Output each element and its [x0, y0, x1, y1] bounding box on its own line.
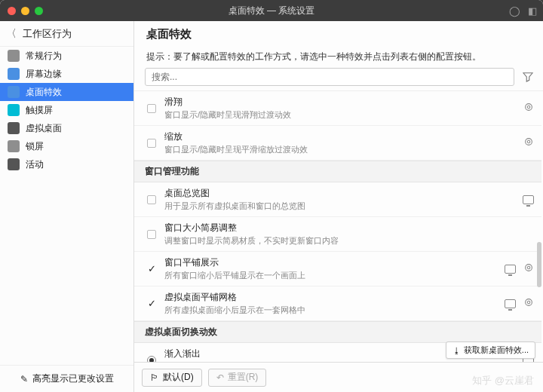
checkbox-icon[interactable]	[147, 139, 156, 148]
sidebar-item-0[interactable]: 常规行为	[0, 47, 133, 65]
effect-title: 窗口平铺展示	[164, 256, 499, 269]
effect-title: 缩放	[164, 130, 517, 143]
sidebar-item-label: 桌面特效	[26, 86, 62, 99]
svg-point-7	[527, 301, 530, 304]
maximize-icon[interactable]	[35, 7, 43, 15]
configure-icon[interactable]	[523, 297, 534, 310]
svg-point-0	[526, 104, 532, 111]
sidebar-item-label: 常规行为	[26, 50, 62, 63]
effect-title: 虚拟桌面平铺网格	[164, 291, 499, 304]
effect-row[interactable]: 滑翔窗口显示/隐藏时呈现滑翔过渡动效	[134, 91, 541, 126]
effect-desc: 所有虚拟桌面缩小后显示在一套网格中	[164, 305, 499, 316]
window-title: 桌面特效 — 系统设置	[0, 5, 543, 17]
touch-icon	[8, 104, 20, 116]
hint-text: 提示：要了解或配置特效的工作方式，请选中一种特效并点击列表右侧的配置按钮。	[134, 46, 543, 68]
gear-icon	[8, 50, 20, 62]
window-controls	[8, 7, 43, 15]
radio-icon[interactable]	[147, 356, 156, 363]
scrollbar[interactable]	[537, 242, 541, 287]
effect-desc: 窗口显示/隐藏时呈现滑翔过渡动效	[164, 109, 517, 121]
sidebar-item-2[interactable]: 桌面特效	[0, 83, 133, 101]
effect-title: 窗口大小简易调整	[164, 222, 528, 234]
monitor-icon[interactable]	[505, 299, 516, 308]
svg-point-3	[527, 140, 530, 143]
chevron-left-icon: 〈	[6, 27, 17, 41]
content-pane: 桌面特效 提示：要了解或配置特效的工作方式，请选中一种特效并点击列表右侧的配置按…	[134, 21, 543, 392]
highlight-changed-button[interactable]: ✎ 高亮显示已更改设置	[0, 365, 133, 392]
help-icon[interactable]: ◯	[509, 5, 520, 17]
breadcrumb-label: 工作区行为	[23, 27, 72, 41]
get-new-effects-button[interactable]: ⭳ 获取新桌面特效...	[446, 341, 535, 359]
undo-icon: ↶	[216, 372, 224, 383]
effect-desc: 调整窗口时显示简易材质，不实时更新窗口内容	[164, 235, 528, 247]
effect-title: 滑翔	[164, 96, 517, 109]
effect-row[interactable]: 桌面总览图用于显示所有虚拟桌面和窗口的总览图	[134, 182, 541, 217]
sidebar-item-3[interactable]: 触摸屏	[0, 101, 133, 119]
sidebar-item-label: 屏幕边缘	[26, 68, 62, 81]
configure-icon[interactable]	[523, 136, 534, 149]
lock-icon	[8, 140, 20, 152]
checkbox-icon[interactable]	[147, 104, 156, 113]
configure-icon[interactable]	[523, 262, 534, 275]
sidebar-item-label: 活动	[26, 158, 44, 171]
sidebar-item-label: 锁屏	[26, 140, 44, 153]
activities-icon	[8, 158, 20, 170]
monitor-icon[interactable]	[523, 195, 534, 204]
footer-bar: ⭳ 获取新桌面特效... 🏳 默认(D) ↶ 重置(R)	[134, 362, 543, 392]
pencil-icon: ✎	[20, 374, 28, 384]
monitor-icon	[8, 86, 20, 98]
breadcrumb[interactable]: 〈 工作区行为	[0, 21, 133, 47]
monitor-icon	[8, 68, 20, 80]
effect-row[interactable]: ✓窗口平铺展示所有窗口缩小后平铺显示在一个画面上	[134, 252, 541, 286]
effect-desc: 窗口显示/隐藏时呈现平滑缩放过渡动效	[164, 144, 517, 155]
funnel-icon	[523, 72, 533, 82]
highlight-changed-label: 高亮显示已更改设置	[32, 372, 114, 385]
effect-row[interactable]: 窗口大小简易调整调整窗口时显示简易材质，不实时更新窗口内容	[134, 217, 541, 252]
defaults-button[interactable]: 🏳 默认(D)	[142, 369, 202, 387]
group-header: 窗口管理功能	[134, 161, 541, 182]
titlebar: 桌面特效 — 系统设置 ◯ ◧	[0, 0, 543, 21]
sidebar-item-label: 虚拟桌面	[26, 122, 62, 135]
sidebar-item-6[interactable]: 活动	[0, 155, 133, 173]
svg-point-2	[526, 139, 532, 145]
svg-point-4	[526, 265, 532, 271]
filter-button[interactable]	[519, 68, 537, 86]
configure-icon[interactable]	[523, 102, 534, 115]
flag-icon: 🏳	[150, 372, 159, 383]
sidebar: 〈 工作区行为 常规行为屏幕边缘桌面特效触摸屏虚拟桌面锁屏活动 ✎ 高亮显示已更…	[0, 21, 134, 392]
effect-desc: 所有窗口缩小后平铺显示在一个画面上	[164, 270, 499, 281]
sidebar-item-5[interactable]: 锁屏	[0, 137, 133, 155]
effect-desc: 用于显示所有虚拟桌面和窗口的总览图	[164, 201, 517, 212]
menu-icon[interactable]: ◧	[528, 5, 537, 17]
grid-icon	[8, 122, 20, 134]
effect-row[interactable]: ✓虚拟桌面平铺网格所有虚拟桌面缩小后显示在一套网格中	[134, 286, 541, 321]
svg-point-1	[527, 106, 530, 109]
reset-button[interactable]: ↶ 重置(R)	[208, 369, 267, 387]
monitor-icon[interactable]	[505, 265, 516, 274]
effect-row[interactable]: 缩放窗口显示/隐藏时呈现平滑缩放过渡动效	[134, 126, 541, 161]
search-input[interactable]	[145, 68, 514, 86]
sidebar-item-4[interactable]: 虚拟桌面	[0, 119, 133, 137]
check-icon[interactable]: ✓	[145, 298, 158, 309]
checkbox-icon[interactable]	[147, 195, 156, 204]
effect-title: 桌面总览图	[164, 187, 517, 200]
page-title: 桌面特效	[146, 27, 531, 41]
download-icon: ⭳	[452, 346, 461, 355]
check-icon[interactable]: ✓	[145, 263, 158, 274]
effects-list: 滑翔窗口显示/隐藏时呈现滑翔过渡动效缩放窗口显示/隐藏时呈现平滑缩放过渡动效窗口…	[134, 90, 543, 362]
group-header: 虚拟桌面切换动效	[134, 321, 541, 343]
checkbox-icon[interactable]	[147, 230, 156, 239]
svg-point-6	[526, 299, 532, 306]
close-icon[interactable]	[8, 7, 16, 15]
settings-window: 桌面特效 — 系统设置 ◯ ◧ 〈 工作区行为 常规行为屏幕边缘桌面特效触摸屏虚…	[0, 0, 543, 392]
sidebar-item-label: 触摸屏	[26, 104, 53, 117]
svg-point-5	[527, 266, 530, 269]
minimize-icon[interactable]	[21, 7, 29, 15]
sidebar-item-1[interactable]: 屏幕边缘	[0, 65, 133, 83]
